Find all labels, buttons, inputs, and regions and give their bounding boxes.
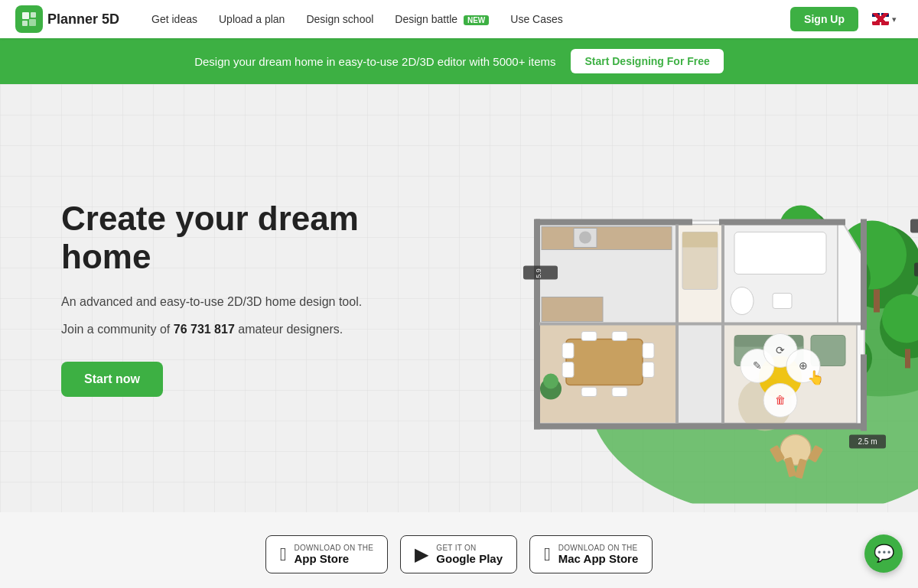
svg-rect-9 <box>874 289 880 312</box>
apple-icon:  <box>280 544 287 565</box>
new-badge: NEW <box>464 15 489 25</box>
svg-rect-39 <box>562 362 574 377</box>
svg-rect-27 <box>773 293 792 308</box>
svg-rect-21 <box>542 297 603 321</box>
store-badges-section:  Download on the App Store ▶ GET IT ON … <box>0 512 918 588</box>
svg-point-23 <box>579 231 591 243</box>
svg-rect-38 <box>562 343 574 358</box>
chevron-down-icon: ▾ <box>892 15 897 24</box>
logo-icon <box>15 5 43 33</box>
svg-rect-55 <box>675 224 679 323</box>
app-store-sub: Download on the <box>295 544 374 552</box>
mac-app-store-badge[interactable]:  Download on the Mac App Store <box>529 535 653 573</box>
svg-rect-25 <box>734 232 826 274</box>
chat-icon: 💬 <box>874 544 894 564</box>
nav-upload-plan[interactable]: Upload a plan <box>210 8 294 30</box>
svg-rect-56 <box>721 224 724 323</box>
svg-rect-52 <box>861 219 867 330</box>
svg-point-26 <box>731 287 754 314</box>
svg-rect-37 <box>566 339 643 385</box>
nav-links: Get ideas Upload a plan Design school De… <box>142 8 790 30</box>
hero-content: Create your dream home An advanced and e… <box>61 200 382 397</box>
svg-rect-54 <box>534 423 867 429</box>
svg-rect-1 <box>31 12 36 18</box>
svg-rect-3 <box>29 19 36 26</box>
svg-rect-48 <box>677 323 723 423</box>
hero-count: 76 731 817 <box>174 323 235 336</box>
mac-apple-icon:  <box>544 544 551 565</box>
svg-rect-40 <box>643 343 654 358</box>
svg-rect-58 <box>721 323 724 423</box>
svg-rect-20 <box>542 226 672 249</box>
language-selector[interactable]: ▾ <box>866 10 903 28</box>
svg-text:5.9: 5.9 <box>535 268 542 278</box>
flag-icon <box>872 13 889 25</box>
nav-design-battle[interactable]: Design battle NEW <box>386 8 498 30</box>
start-now-button[interactable]: Start now <box>61 362 163 397</box>
navbar: Planner 5D Get ideas Upload a plan Desig… <box>0 0 918 38</box>
svg-rect-41 <box>643 362 654 377</box>
svg-rect-42 <box>581 331 597 340</box>
mac-store-sub: Download on the <box>558 544 638 552</box>
svg-rect-43 <box>612 331 627 340</box>
svg-rect-2 <box>22 21 28 26</box>
svg-text:2.5 m: 2.5 m <box>858 437 877 446</box>
app-store-badge[interactable]:  Download on the App Store <box>265 535 389 573</box>
nav-design-school[interactable]: Design school <box>297 8 382 30</box>
google-play-name: Google Play <box>436 552 503 565</box>
play-icon: ▶ <box>415 544 428 565</box>
logo-text: Planner 5D <box>47 11 119 28</box>
app-store-name: App Store <box>295 552 374 565</box>
svg-rect-44 <box>581 387 597 396</box>
svg-text:⟳: ⟳ <box>776 344 785 356</box>
svg-rect-49 <box>536 219 692 225</box>
hero-illustration: 8 m 6.2 m 5.9 2.5 m ✎ ⟳ ⊕ 🗑 👆 <box>421 106 918 506</box>
svg-rect-45 <box>612 387 627 396</box>
logo[interactable]: Planner 5D <box>15 5 119 33</box>
banner-text: Design your dream home in easy-to-use 2D… <box>194 55 555 68</box>
svg-text:✎: ✎ <box>753 359 762 372</box>
google-play-sub: GET IT ON <box>436 544 503 552</box>
svg-rect-53 <box>861 354 867 430</box>
svg-rect-51 <box>534 219 540 429</box>
banner-cta-button[interactable]: Start Designing For Free <box>571 49 723 73</box>
svg-text:🗑: 🗑 <box>775 394 786 406</box>
svg-rect-0 <box>22 12 29 19</box>
svg-rect-60 <box>910 219 918 232</box>
mac-store-name: Mac App Store <box>558 552 638 565</box>
svg-rect-50 <box>719 219 845 225</box>
nav-right: Sign Up ▾ <box>790 7 903 31</box>
chat-button[interactable]: 💬 <box>864 534 903 573</box>
promo-banner: Design your dream home in easy-to-use 2D… <box>0 38 918 84</box>
svg-point-47 <box>543 373 558 388</box>
svg-rect-57 <box>539 322 861 325</box>
nav-get-ideas[interactable]: Get ideas <box>142 8 207 30</box>
nav-use-cases[interactable]: Use Cases <box>501 8 571 30</box>
svg-rect-12 <box>905 349 910 368</box>
hero-desc-1: An advanced and easy-to-use 2D/3D home d… <box>61 292 382 312</box>
hero-title: Create your dream home <box>61 200 382 277</box>
svg-rect-59 <box>675 323 679 423</box>
hero-desc-2: Join a community of 76 731 817 amateur d… <box>61 320 382 339</box>
svg-rect-35 <box>682 232 718 247</box>
signup-button[interactable]: Sign Up <box>790 7 858 31</box>
svg-text:👆: 👆 <box>807 369 825 386</box>
svg-rect-62 <box>914 262 918 276</box>
google-play-badge[interactable]: ▶ GET IT ON Google Play <box>400 535 517 573</box>
hero-section: Create your dream home An advanced and e… <box>0 84 918 512</box>
